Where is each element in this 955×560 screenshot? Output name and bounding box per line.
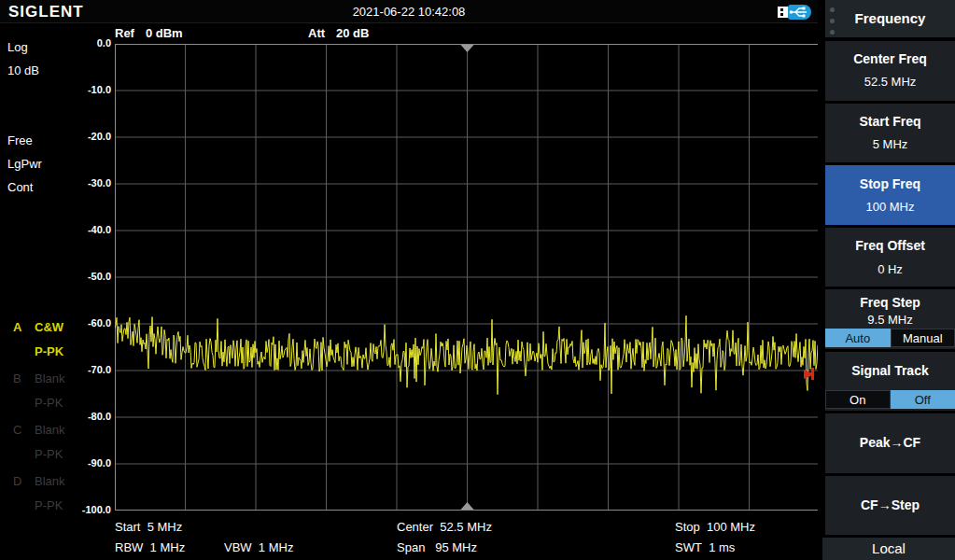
top-status-bar: SIGLENT 2021-06-22 10:42:08 (0, 0, 818, 23)
start-freq-annotation: Start 5 MHz (115, 520, 182, 534)
usb-plug-icon (778, 7, 788, 18)
usb-device-icon (778, 4, 811, 20)
signal-track-on-off-toggle: On Off (825, 390, 955, 409)
y-axis-label: -30.0 (68, 177, 111, 189)
att-value: 20 dB (336, 26, 369, 40)
freq-step-manual-option[interactable]: Manual (891, 329, 955, 347)
signal-track-off-option[interactable]: Off (891, 390, 955, 409)
y-axis-label: -20.0 (68, 131, 111, 142)
stop-freq-annotation: Stop 100 MHz (675, 520, 755, 534)
ref-label: Ref (115, 26, 134, 40)
trigger-free-label: Free (7, 133, 33, 147)
rbw-annotation: RBW 1 MHz (115, 540, 185, 554)
trigger-cont-label: Cont (7, 180, 33, 194)
freq-step-auto-option[interactable]: Auto (825, 329, 891, 347)
trace-b-letter: B (13, 371, 21, 385)
softkey-stop-freq[interactable]: Stop Freq 100 MHz (825, 165, 955, 225)
y-axis-label: -50.0 (68, 271, 111, 282)
y-axis-label: -40.0 (68, 224, 111, 235)
softkey-peak-to-cf[interactable]: Peak→CF (825, 413, 955, 473)
vbw-annotation: VBW 1 MHz (224, 540, 293, 554)
y-axis-label: -80.0 (68, 411, 111, 422)
ref-att-row: Ref0 dBm Att20 dB (115, 26, 183, 40)
softkey-freq-step[interactable]: Freq Step 9.5 MHz Auto Manual (825, 289, 955, 349)
center-freq-annotation: Center 52.5 MHz (397, 520, 492, 534)
datetime-display: 2021-06-22 10:42:08 (0, 5, 818, 19)
y-axis-label: -70.0 (68, 364, 111, 375)
trace-c-letter: C (13, 423, 21, 437)
y-axis-label: 0.0 (68, 37, 111, 49)
local-button[interactable]: Local (822, 538, 955, 560)
softkey-freq-offset[interactable]: Freq Offset 0 Hz (825, 228, 955, 287)
freq-step-auto-manual-toggle: Auto Manual (825, 329, 955, 347)
softkey-cf-to-step[interactable]: CF→Step (825, 476, 955, 535)
softkey-menu-panel: Frequency Center Freq 52.5 MHz Start Fre… (818, 0, 955, 560)
ref-value: 0 dBm (146, 26, 183, 40)
swt-annotation: SWT 1 ms (675, 540, 735, 554)
scale-mode-label: Log (7, 40, 28, 54)
trace-a-letter: A (13, 320, 21, 334)
y-axis-label: -100.0 (68, 504, 111, 515)
signal-track-on-option[interactable]: On (825, 390, 891, 409)
graticule-display (115, 44, 820, 511)
usb-trident-icon (788, 5, 811, 20)
trace-b-detector: P-PK (35, 396, 63, 410)
span-annotation: Span 95 MHz (397, 540, 477, 554)
menu-header: Frequency (825, 0, 955, 37)
trace-c-mode: Blank (35, 423, 65, 437)
softkey-start-freq[interactable]: Start Freq 5 MHz (825, 104, 955, 162)
y-axis-label: -10.0 (68, 84, 111, 95)
scale-per-div-label: 10 dB (7, 63, 39, 77)
trace-d-detector: P-PK (35, 498, 63, 512)
softkey-signal-track[interactable]: Signal Track On Off (825, 352, 955, 411)
y-axis-label: -60.0 (68, 317, 111, 329)
menu-title: Frequency (825, 10, 955, 26)
trace-a-detector: P-PK (35, 344, 63, 358)
trace-a-mode: C&W (35, 320, 63, 334)
trigger-lgpwr-label: LgPwr (7, 157, 42, 171)
trace-b-mode: Blank (35, 371, 65, 385)
att-label: Att (308, 26, 325, 40)
spectrum-trace-svg (115, 44, 820, 511)
y-axis-label: -90.0 (68, 457, 111, 469)
spectrum-analyzer-screen: SIGLENT 2021-06-22 10:42:08 Log 10 dB Fr… (0, 0, 955, 560)
softkey-center-freq[interactable]: Center Freq 52.5 MHz (825, 41, 955, 101)
trace-d-letter: D (13, 474, 21, 488)
trace-d-mode: Blank (35, 474, 65, 488)
trace-c-detector: P-PK (35, 447, 63, 461)
